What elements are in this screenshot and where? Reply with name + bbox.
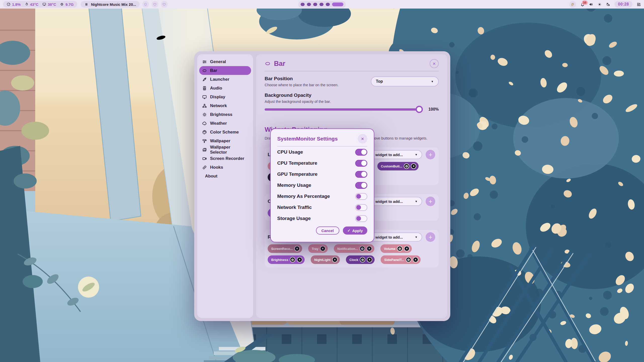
sliders-icon xyxy=(202,59,207,64)
workspace-dot-1[interactable] xyxy=(301,3,305,6)
close-icon[interactable]: × xyxy=(411,163,416,169)
gear-icon[interactable]: ⚙ xyxy=(406,257,411,262)
volume-button[interactable] xyxy=(589,2,593,7)
toggle-memory-usage[interactable] xyxy=(355,182,367,189)
quick-button-skull[interactable] xyxy=(142,1,149,8)
skull-icon xyxy=(144,3,147,6)
close-icon[interactable]: × xyxy=(320,246,326,251)
workspace-indicator[interactable] xyxy=(298,1,346,8)
divider xyxy=(265,71,439,71)
workspace-dot-4[interactable] xyxy=(319,3,324,6)
sidebar-item-color-scheme[interactable]: Color Scheme xyxy=(199,128,251,137)
sidebar-item-label: Network xyxy=(210,103,227,108)
quick-button-heart[interactable] xyxy=(152,1,158,8)
opacity-slider[interactable] xyxy=(265,108,422,111)
window-close-button[interactable]: × xyxy=(430,59,439,68)
stat-9-7g[interactable]: 9.7G xyxy=(60,2,74,7)
close-icon[interactable]: × xyxy=(367,246,372,251)
system-stats-pill[interactable]: 1.8%43°C38°C9.7G xyxy=(3,1,77,8)
workspace-dot-5[interactable] xyxy=(326,3,330,6)
gear-icon[interactable]: ⚙ xyxy=(397,246,403,251)
toggle-cpu-usage[interactable] xyxy=(355,149,367,156)
bar-position-dropdown[interactable]: Top ▼ xyxy=(371,76,439,86)
cancel-button[interactable]: Cancel xyxy=(316,227,339,235)
toggle-network-traffic[interactable] xyxy=(355,204,367,211)
sidebar-item-wallpaper-selector[interactable]: Wallpaper Selector xyxy=(199,145,251,154)
close-icon[interactable]: × xyxy=(297,257,302,262)
widget-chip-volume[interactable]: Volume⚙× xyxy=(380,244,412,253)
option-row-memory-usage: Memory Usage xyxy=(277,180,367,191)
close-icon[interactable]: × xyxy=(294,246,300,251)
gear-icon[interactable]: ⚙ xyxy=(360,257,365,262)
dialog-close-button[interactable]: × xyxy=(358,134,367,144)
sidebar-item-display[interactable]: Display xyxy=(199,93,251,101)
widget-chip-custombutt[interactable]: CustomButt...⚙× xyxy=(377,162,419,170)
sidebar-item-launcher[interactable]: Launcher xyxy=(199,75,251,84)
toggle-memory-as-percentage[interactable] xyxy=(355,193,367,200)
sidebar-item-network[interactable]: Network xyxy=(199,101,251,110)
gear-icon[interactable]: ⚙ xyxy=(404,163,409,169)
stat-value: 9.7G xyxy=(65,2,74,7)
widget-chip-tray[interactable]: Tray× xyxy=(308,244,328,253)
widget-chip-notification[interactable]: Notification...⚙× xyxy=(334,244,374,253)
workspace-dot-6[interactable] xyxy=(332,3,343,6)
dashboard-button[interactable] xyxy=(637,2,641,7)
speaker-icon xyxy=(589,2,593,7)
top-bar: 1.8%43°C38°C9.7G Nightcore Music Mix 20.… xyxy=(0,0,644,9)
widget-chip-clock[interactable]: Clock⚙× xyxy=(346,255,375,264)
option-label: CPU Temperature xyxy=(277,160,355,166)
brightness-button[interactable] xyxy=(597,2,602,7)
bar-position-label: Bar Position xyxy=(265,76,338,81)
widget-chip-brightness[interactable]: Brightness⚙× xyxy=(268,255,305,264)
add-widget-button[interactable]: + xyxy=(426,150,435,159)
gear-icon[interactable]: ⚙ xyxy=(290,257,295,262)
stat-43-c[interactable]: 43°C xyxy=(24,2,38,7)
toggle-storage-usage[interactable] xyxy=(355,215,367,222)
sidebar-item-weather[interactable]: Weather xyxy=(199,119,251,128)
add-widget-button[interactable]: + xyxy=(426,232,435,242)
stat-38-c[interactable]: 38°C xyxy=(42,2,56,7)
quick-button-heart[interactable] xyxy=(161,1,168,8)
sidebar-item-wallpaper[interactable]: Wallpaper xyxy=(199,137,251,145)
stat-value: 43°C xyxy=(30,2,38,7)
night-light-button[interactable] xyxy=(606,2,610,7)
toggle-cpu-temperature[interactable] xyxy=(355,160,367,167)
sidebar-item-bar[interactable]: Bar xyxy=(199,66,251,75)
sidebar-item-audio[interactable]: Audio xyxy=(199,84,251,93)
widget-chip-sidepanelt[interactable]: SidePanelT...⚙× xyxy=(381,255,420,264)
add-widget-button[interactable]: + xyxy=(426,197,435,206)
option-label: Network Traffic xyxy=(277,205,355,210)
close-icon[interactable]: × xyxy=(413,257,418,262)
toggle-gpu-temperature[interactable] xyxy=(355,171,367,178)
option-row-network-traffic: Network Traffic xyxy=(277,202,367,213)
widget-chip-nightlight[interactable]: NightLight× xyxy=(311,255,340,264)
dialog-options: CPU UsageCPU TemperatureGPU TemperatureM… xyxy=(277,147,367,224)
sidebar-item-general[interactable]: General xyxy=(199,57,251,66)
close-icon[interactable]: × xyxy=(367,257,372,262)
media-player-pill[interactable]: Nightcore Music Mix 20... xyxy=(81,1,140,8)
close-icon[interactable]: × xyxy=(404,246,410,251)
sidebar-item-hooks[interactable]: Hooks xyxy=(199,163,251,172)
sidebar-item-screen-recorder[interactable]: Screen Recorder xyxy=(199,154,251,163)
workspace-dot-2[interactable] xyxy=(307,3,311,6)
clock[interactable]: 00:28 xyxy=(615,1,632,8)
media-title: Nightcore Music Mix 20... xyxy=(91,2,136,7)
workspace-dot-3[interactable] xyxy=(313,3,317,6)
widget-chip-screenreco[interactable]: ScreenReco...× xyxy=(268,244,302,253)
sidebar-item-about[interactable]: About xyxy=(199,172,251,180)
notifications-button[interactable]: 10 xyxy=(580,2,585,7)
opacity-slider-knob[interactable] xyxy=(416,106,423,113)
flame-icon xyxy=(24,2,28,6)
heart-icon xyxy=(162,3,166,6)
close-icon[interactable]: × xyxy=(332,257,338,262)
notification-badge: 10 xyxy=(582,1,588,5)
video-camera-icon xyxy=(202,156,207,161)
apply-button[interactable]: ✓ Apply xyxy=(343,227,367,235)
sidebar-item-brightness[interactable]: Brightness xyxy=(199,110,251,119)
heart-icon xyxy=(153,3,157,6)
gear-icon[interactable]: ⚙ xyxy=(359,246,365,251)
apply-label: Apply xyxy=(352,229,363,233)
stat-1-8[interactable]: 1.8% xyxy=(7,2,21,7)
pause-icon[interactable] xyxy=(84,2,89,7)
tray-app-icon[interactable] xyxy=(569,1,576,8)
